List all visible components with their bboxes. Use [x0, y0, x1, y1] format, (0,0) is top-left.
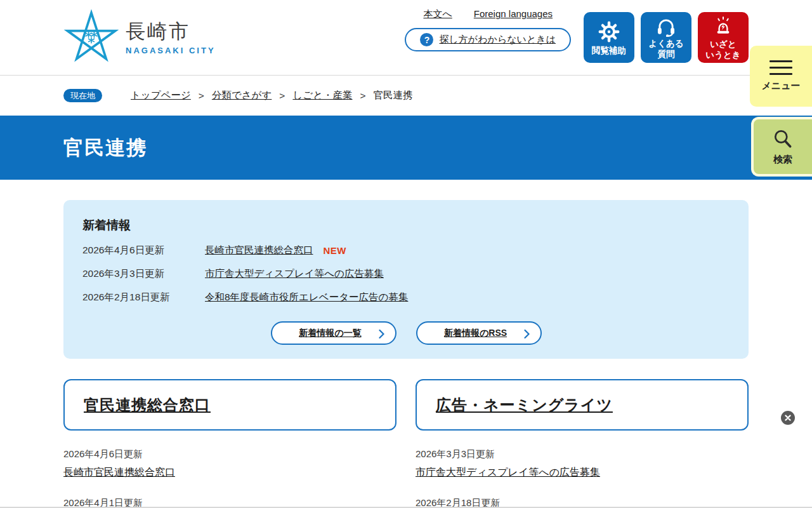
category-update: 2026年2月18日更新	[416, 497, 749, 508]
nagasaki-star-logo-icon	[63, 8, 119, 67]
faq-button[interactable]: よくある質問	[641, 12, 691, 63]
page-title-banner: 官民連携	[0, 116, 812, 180]
news-link[interactable]: 市庁舎大型ディスプレイ等への広告募集	[205, 267, 384, 281]
category-box-public-private[interactable]: 官民連携総合窓口	[63, 379, 396, 431]
breadcrumb-link-home[interactable]: トップページ	[131, 89, 191, 102]
headset-icon	[655, 17, 677, 37]
category-title: 官民連携総合窓口	[84, 395, 211, 415]
emergency-button-label: いざというとき	[705, 39, 740, 60]
skip-to-content-link[interactable]: 本文へ	[423, 8, 452, 20]
news-date: 2026年4月6日更新	[82, 244, 205, 257]
site-logo[interactable]: 長崎市 NAGASAKI CITY	[63, 8, 216, 67]
page-title: 官民連携	[63, 135, 147, 161]
category-update: 2026年4月1日更新	[63, 497, 396, 508]
news-row: 2026年3月3日更新 市庁舎大型ディスプレイ等への広告募集	[82, 267, 730, 281]
category-box-advertising[interactable]: 広告・ネーミングライツ	[416, 379, 749, 431]
close-icon	[785, 415, 791, 421]
question-icon: ?	[420, 33, 433, 46]
breadcrumb-current: 官民連携	[374, 89, 413, 102]
search-button-label: 検索	[773, 154, 792, 166]
search-help-button[interactable]: ? 探し方がわからないときは	[405, 28, 571, 51]
update-date: 2026年3月3日更新	[416, 448, 749, 460]
update-date: 2026年4月6日更新	[63, 448, 396, 460]
category-column: 広告・ネーミングライツ 2026年3月3日更新 市庁舎大型ディスプレイ等への広告…	[416, 379, 749, 508]
gear-icon	[597, 20, 621, 44]
news-date: 2026年3月3日更新	[82, 267, 205, 281]
emergency-button[interactable]: いざというとき	[698, 12, 749, 63]
breadcrumb-link-category[interactable]: 分類でさがす	[212, 89, 272, 102]
search-button[interactable]: 検索	[751, 117, 812, 177]
news-row: 2026年2月18日更新 令和8年度長崎市役所エレベーター広告の募集	[82, 291, 730, 304]
news-link[interactable]: 令和8年度長崎市役所エレベーター広告の募集	[205, 291, 408, 304]
update-link[interactable]: 長崎市官民連携総合窓口	[63, 466, 175, 479]
news-row: 2026年4月6日更新 長崎市官民連携総合窓口 NEW	[82, 244, 730, 257]
news-heading: 新着情報	[82, 217, 730, 234]
menu-button-label: メニュー	[761, 80, 800, 92]
faq-button-label: よくある質問	[648, 39, 683, 59]
chevron-right-icon	[524, 330, 530, 338]
news-rss-button[interactable]: 新着情報のRSS	[416, 321, 542, 345]
news-list-button[interactable]: 新着情報の一覧	[271, 321, 396, 345]
new-badge: NEW	[324, 245, 347, 256]
category-update: 2026年3月3日更新 市庁舎大型ディスプレイ等への広告募集	[416, 448, 749, 479]
update-date: 2026年2月18日更新	[416, 497, 749, 508]
breadcrumb-link-industry[interactable]: しごと・産業	[292, 89, 352, 102]
news-section: 新着情報 2026年4月6日更新 長崎市官民連携総合窓口 NEW 2026年3月…	[63, 200, 749, 359]
search-icon	[771, 128, 794, 150]
foreign-languages-link[interactable]: Foreign languages	[474, 8, 553, 20]
siren-icon	[712, 16, 734, 37]
breadcrumb: 現在地 トップページ > 分類でさがす > しごと・産業 > 官民連携	[0, 76, 812, 116]
menu-button[interactable]: メニュー	[750, 46, 812, 107]
category-column: 官民連携総合窓口 2026年4月6日更新 長崎市官民連携総合窓口 2026年4月…	[63, 379, 396, 508]
update-link[interactable]: 市庁舎大型ディスプレイ等への広告募集	[416, 466, 600, 479]
accessibility-button-label: 閲覧補助	[592, 46, 626, 56]
update-date: 2026年4月1日更新	[63, 497, 396, 508]
breadcrumb-separator: >	[199, 90, 204, 102]
site-title-en: NAGASAKI CITY	[126, 46, 216, 55]
search-help-label: 探し方がわからないときは	[439, 34, 556, 46]
chevron-right-icon	[379, 330, 384, 338]
breadcrumb-separator: >	[360, 90, 366, 102]
current-location-badge: 現在地	[63, 89, 102, 102]
close-widget-button[interactable]	[781, 411, 795, 425]
category-update: 2026年4月6日更新 長崎市官民連携総合窓口	[63, 448, 396, 479]
site-header: 長崎市 NAGASAKI CITY 本文へ Foreign languages …	[0, 0, 812, 76]
news-date: 2026年2月18日更新	[82, 291, 205, 304]
breadcrumb-separator: >	[279, 90, 285, 102]
category-title: 広告・ネーミングライツ	[436, 395, 613, 415]
site-title: 長崎市	[126, 20, 216, 43]
accessibility-button[interactable]: 閲覧補助	[584, 12, 634, 63]
hamburger-icon	[769, 60, 792, 75]
news-link[interactable]: 長崎市官民連携総合窓口	[205, 244, 313, 257]
